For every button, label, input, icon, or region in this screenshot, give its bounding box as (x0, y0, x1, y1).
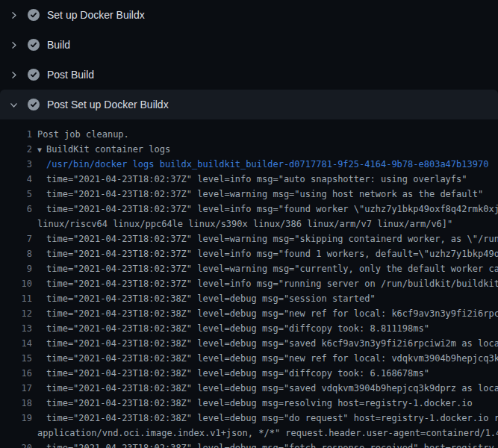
log-line: 20 time="2021-04-23T18:02:38Z" level=deb… (0, 441, 498, 448)
log-line-text: time="2021-04-23T18:02:38Z" level=debug … (32, 366, 429, 381)
log-line-text: time="2021-04-23T18:02:37Z" level=info m… (32, 202, 498, 217)
log-line: 19 time="2021-04-23T18:02:38Z" level=deb… (0, 411, 498, 426)
log-line: 10 time="2021-04-23T18:02:37Z" level=inf… (0, 276, 498, 291)
log-line: 18 time="2021-04-23T18:02:38Z" level=deb… (0, 396, 498, 411)
log-group-title: BuildKit container logs (46, 144, 170, 155)
log-line: linux/riscv64 linux/ppc64le linux/s390x … (0, 217, 498, 231)
log-line-number[interactable]: 1 (0, 127, 32, 142)
log-line: 17 time="2021-04-23T18:02:38Z" level=deb… (0, 381, 498, 396)
log-line-text: linux/riscv64 linux/ppc64le linux/s390x … (32, 217, 452, 231)
log-line: 12 time="2021-04-23T18:02:38Z" level=deb… (0, 306, 498, 321)
log-line-number[interactable]: 20 (0, 441, 32, 448)
step-row[interactable]: Set up Docker Buildx (0, 0, 498, 30)
log-line-number[interactable]: 5 (0, 187, 32, 202)
log-line-number[interactable]: 7 (0, 231, 32, 246)
log-line: 5 time="2021-04-23T18:02:37Z" level=warn… (0, 187, 498, 202)
log-line-text: time="2021-04-23T18:02:38Z" level=debug … (32, 396, 473, 411)
step-label: Post Set up Docker Buildx (47, 99, 169, 110)
log-line: 3 /usr/bin/docker logs buildx_buildkit_b… (0, 157, 498, 172)
log-line: 2 ▼BuildKit container logs (0, 142, 498, 157)
step-label: Build (47, 40, 70, 50)
log-line: 11 time="2021-04-23T18:02:38Z" level=deb… (0, 291, 498, 306)
log-line-number[interactable]: 15 (0, 351, 32, 366)
log-line-text: time="2021-04-23T18:02:37Z" level=warnin… (32, 187, 483, 202)
log-line: 13 time="2021-04-23T18:02:38Z" level=deb… (0, 321, 498, 336)
log-line-number[interactable]: 8 (0, 246, 32, 261)
log-line-text: time="2021-04-23T18:02:37Z" level=warnin… (32, 261, 498, 276)
log-line-number[interactable]: 12 (0, 306, 32, 321)
log-line-text: time="2021-04-23T18:02:38Z" level=debug … (32, 411, 498, 426)
log-line-number[interactable]: 13 (0, 321, 32, 336)
check-circle-icon (28, 39, 40, 51)
log-line: 7 time="2021-04-23T18:02:37Z" level=warn… (0, 231, 498, 246)
chevron-icon (9, 70, 19, 80)
step-row[interactable]: Build (0, 30, 498, 60)
log-line-number[interactable]: 14 (0, 336, 32, 351)
log-line-number[interactable]: 9 (0, 261, 32, 276)
step-row[interactable]: Post Set up Docker Buildx (0, 90, 498, 119)
check-circle-icon (28, 9, 40, 21)
log-line-number[interactable]: 19 (0, 411, 32, 426)
chevron-icon (9, 10, 19, 20)
chevron-icon (9, 40, 19, 50)
log-group-expander-icon[interactable]: ▼ (37, 146, 42, 154)
log-line-number[interactable] (0, 217, 32, 231)
step-label: Post Build (47, 69, 94, 80)
log-line: 16 time="2021-04-23T18:02:38Z" level=deb… (0, 366, 498, 381)
log-line: 15 time="2021-04-23T18:02:38Z" level=deb… (0, 351, 498, 366)
check-circle-icon (28, 69, 40, 81)
log-line-text: /usr/bin/docker logs buildx_buildkit_bui… (32, 157, 488, 172)
log-line-text: time="2021-04-23T18:02:38Z" level=debug … (32, 321, 429, 336)
log-line-number[interactable]: 4 (0, 172, 32, 187)
log-line-number[interactable]: 11 (0, 291, 32, 306)
log-line-text: time="2021-04-23T18:02:38Z" level=debug … (32, 306, 498, 321)
log-line-text: time="2021-04-23T18:02:38Z" level=debug … (32, 381, 498, 396)
log-line-text: time="2021-04-23T18:02:38Z" level=debug … (32, 441, 498, 448)
log-line: 8 time="2021-04-23T18:02:37Z" level=info… (0, 246, 498, 261)
log-line-number[interactable]: 17 (0, 381, 32, 396)
log-line-text: time="2021-04-23T18:02:37Z" level=warnin… (32, 231, 498, 246)
log-line-text: Post job cleanup. (32, 127, 129, 142)
actions-log-viewer: Set up Docker Buildx Build Post Build Po… (0, 0, 498, 448)
log-line-text: time="2021-04-23T18:02:37Z" level=info m… (32, 246, 498, 261)
log-line-text: time="2021-04-23T18:02:37Z" level=info m… (32, 276, 498, 291)
log-line-number[interactable]: 2 (0, 142, 32, 157)
log-line: 6 time="2021-04-23T18:02:37Z" level=info… (0, 202, 498, 217)
steps-list: Set up Docker Buildx Build Post Build Po… (0, 0, 498, 119)
check-circle-icon (28, 99, 40, 111)
log-line-text: time="2021-04-23T18:02:38Z" level=debug … (32, 291, 376, 306)
log-line-number[interactable]: 6 (0, 202, 32, 217)
step-row[interactable]: Post Build (0, 60, 498, 90)
log-line-number[interactable]: 16 (0, 366, 32, 381)
log-line-text: application/vnd.oci.image.index.v1+json,… (32, 426, 498, 441)
log-line-text: time="2021-04-23T18:02:38Z" level=debug … (32, 336, 498, 351)
log-line-text: time="2021-04-23T18:02:38Z" level=debug … (32, 351, 498, 366)
log-viewer[interactable]: 1 Post job cleanup. 2 ▼BuildKit containe… (0, 119, 498, 448)
log-line-number[interactable]: 18 (0, 396, 32, 411)
log-line-text: time="2021-04-23T18:02:37Z" level=info m… (32, 172, 467, 187)
chevron-icon (9, 100, 19, 110)
log-line: 4 time="2021-04-23T18:02:37Z" level=info… (0, 172, 498, 187)
log-line: 1 Post job cleanup. (0, 127, 498, 142)
log-line-number[interactable]: 10 (0, 276, 32, 291)
step-label: Set up Docker Buildx (47, 10, 145, 20)
log-line: 9 time="2021-04-23T18:02:37Z" level=warn… (0, 261, 498, 276)
log-line-number[interactable]: 3 (0, 157, 32, 172)
log-line: 14 time="2021-04-23T18:02:38Z" level=deb… (0, 336, 498, 351)
log-line-number[interactable] (0, 426, 32, 441)
log-line-text: ▼BuildKit container logs (32, 142, 170, 157)
log-line: application/vnd.oci.image.index.v1+json,… (0, 426, 498, 441)
